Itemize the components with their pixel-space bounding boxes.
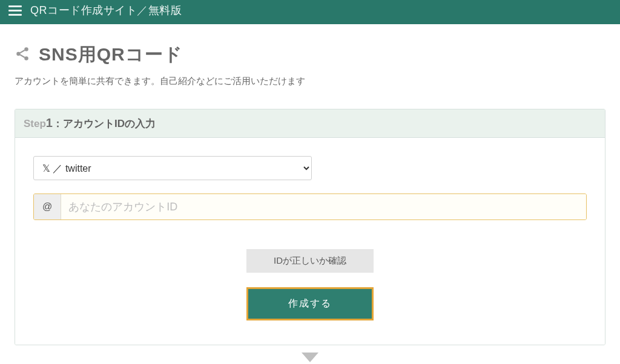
- step-separator: ：: [53, 118, 63, 129]
- caret-down-icon: [15, 353, 605, 364]
- page-content: SNS用QRコード アカウントを簡単に共有できます。自己紹介などにご活用いただけ…: [0, 24, 620, 364]
- page-heading: SNS用QRコード: [15, 42, 605, 67]
- panel-header: Step1：アカウントIDの入力: [15, 109, 605, 138]
- create-button[interactable]: 作成する: [246, 287, 374, 320]
- at-prefix: @: [34, 194, 61, 219]
- page-title: SNS用QRコード: [39, 42, 183, 67]
- account-id-input[interactable]: [61, 194, 586, 219]
- svg-point-0: [24, 47, 28, 51]
- svg-point-1: [16, 51, 21, 56]
- step-title: アカウントIDの入力: [63, 118, 156, 129]
- check-id-button[interactable]: IDが正しいか確認: [246, 249, 374, 273]
- step-label: Step: [24, 118, 46, 129]
- account-input-group: @: [33, 193, 587, 220]
- site-title: QRコード作成サイト／無料版: [30, 3, 182, 18]
- svg-point-2: [24, 56, 28, 60]
- svg-marker-3: [302, 353, 318, 362]
- panel-body: 𝕏 ／ twitter @ IDが正しいか確認 作成する: [15, 138, 605, 345]
- top-bar: QRコード作成サイト／無料版: [0, 0, 620, 24]
- sns-select-wrap: 𝕏 ／ twitter: [33, 156, 587, 180]
- step-panel: Step1：アカウントIDの入力 𝕏 ／ twitter @ IDが正しいか確認…: [15, 109, 605, 345]
- menu-icon[interactable]: [8, 5, 22, 16]
- step-number: 1: [46, 116, 53, 129]
- actions: IDが正しいか確認 作成する: [33, 249, 587, 320]
- page-subtitle: アカウントを簡単に共有できます。自己紹介などにご活用いただけます: [15, 76, 605, 87]
- sns-select[interactable]: 𝕏 ／ twitter: [33, 156, 312, 180]
- share-icon: [15, 46, 30, 64]
